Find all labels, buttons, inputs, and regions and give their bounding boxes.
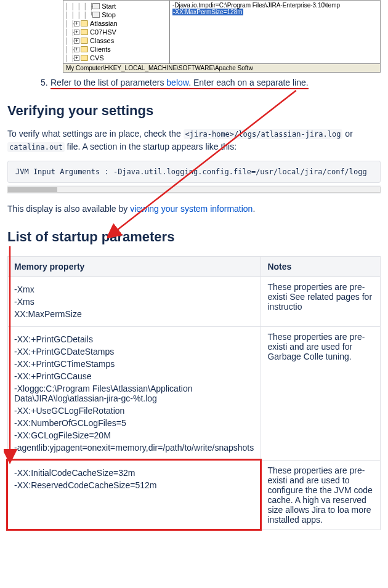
step-5: 5. Refer to the list of parameters below…: [51, 78, 381, 89]
startup-params-table: Memory property Notes -Xmx-XmsXX:MaxPerm…: [7, 256, 381, 530]
regedit-values[interactable]: -Djava.io.tmpdir=C:\Program Files\JIRA-E…: [170, 1, 380, 63]
memory-property-item: XX:MaxPermSize: [14, 309, 254, 319]
value-line-selected[interactable]: -XX:MaxPermSize=128m: [172, 9, 243, 15]
heading-startup-params: List of startup parameters: [7, 229, 381, 245]
memory-property-item: -XX:+PrintGCTimeStamps: [14, 359, 254, 369]
th-notes: Notes: [261, 257, 381, 277]
tree-item[interactable]: Clients: [90, 46, 111, 53]
memory-property-item: -XX:+UseGCLogFileRotation: [14, 406, 254, 416]
memory-property-item: -XX:InitialCodeCacheSize=32m: [14, 468, 254, 478]
heading-verifying: Verifying your settings: [7, 103, 381, 119]
expand-icon[interactable]: +: [74, 30, 79, 35]
step-number: 5.: [41, 78, 48, 87]
folder-icon: [81, 38, 88, 44]
expand-icon[interactable]: +: [74, 47, 79, 52]
memory-property-item: -XX:+PrintGCDateStamps: [14, 347, 254, 356]
expand-icon[interactable]: +: [74, 55, 79, 61]
jvm-args-codeblock: JVM Input Arguments : -Djava.util.loggin…: [7, 161, 381, 183]
tree-item[interactable]: C07HSV: [90, 28, 116, 36]
below-link[interactable]: below: [166, 78, 188, 87]
cell-memory-property: -Xmx-XmsXX:MaxPermSize: [8, 277, 261, 327]
codeblock-content: JVM Input Arguments : -Djava.util.loggin…: [8, 161, 380, 182]
table-row: -Xmx-XmsXX:MaxPermSizeThese properties a…: [8, 277, 381, 327]
tree-item[interactable]: Start: [102, 2, 116, 10]
table-row: -XX:+PrintGCDetails-XX:+PrintGCDateStamp…: [8, 327, 381, 461]
cell-memory-property: -XX:InitialCodeCacheSize=32m-XX:Reserved…: [8, 461, 261, 530]
tree-item[interactable]: Stop: [102, 11, 116, 18]
cell-notes: These properties are pre-existi and are …: [261, 461, 381, 530]
memory-property-item: -XX:NumberOfGCLogFiles=5: [14, 418, 254, 428]
scrollbar-thumb[interactable]: [8, 187, 57, 192]
memory-property-item: -XX:+PrintGCCause: [14, 371, 254, 381]
table-row: -XX:InitialCodeCacheSize=32m-XX:Reserved…: [8, 461, 381, 530]
verify-paragraph-2: This display is also available by viewin…: [7, 203, 381, 215]
folder-icon: [81, 20, 88, 26]
memory-property-item: -Xmx: [14, 284, 254, 294]
memory-property-item: -Xloggc:C:\Program Files\Atlassian\Appli…: [14, 384, 254, 403]
cell-notes: These properties are pre-existi See rela…: [261, 277, 381, 327]
regedit-statusbar: My Computer\HKEY_LOCAL_MACHINE\SOFTWARE\…: [63, 63, 380, 72]
tree-item[interactable]: Atlassian: [90, 20, 118, 27]
code-catalina: catalina.out: [7, 142, 65, 152]
value-line: -Djava.io.tmpdir=C:\Program Files\JIRA-E…: [172, 2, 378, 9]
system-info-link[interactable]: viewing your system information: [130, 204, 253, 214]
expand-icon[interactable]: +: [74, 21, 79, 26]
step-text-post: . Enter each on a separate line.: [188, 78, 309, 87]
key-icon: [92, 12, 100, 18]
memory-property-item: -Xms: [14, 297, 254, 307]
expand-icon[interactable]: +: [74, 38, 79, 44]
cell-notes: These properties are pre-existi and are …: [261, 327, 381, 461]
cell-memory-property: -XX:+PrintGCDetails-XX:+PrintGCDateStamp…: [8, 327, 261, 461]
verify-paragraph-1: To verify what settings are in place, ch…: [7, 127, 381, 153]
memory-property-item: -XX:GCLogFileSize=20M: [14, 430, 254, 440]
memory-property-item: -XX:+PrintGCDetails: [14, 334, 254, 344]
code-jira-log: <jira-home>/logs/atlassian-jira.log: [184, 129, 343, 139]
step-text-pre: Refer to the list of parameters: [51, 78, 166, 87]
codeblock-scrollbar[interactable]: [7, 185, 381, 194]
memory-property-item: -agentlib:yjpagent=onexit=memory,dir=/pa…: [14, 443, 254, 453]
folder-icon: [81, 29, 88, 35]
regedit-window: │ │ │ │ ├Start │ │ │ │ └Stop │ ├+Atlassi…: [63, 0, 381, 73]
key-icon: [92, 3, 100, 9]
folder-icon: [81, 46, 88, 52]
th-memory-property: Memory property: [8, 257, 261, 277]
tree-item[interactable]: CVS: [90, 54, 104, 62]
regedit-tree[interactable]: │ │ │ │ ├Start │ │ │ │ └Stop │ ├+Atlassi…: [63, 1, 170, 63]
tree-item[interactable]: Classes: [90, 37, 114, 44]
memory-property-item: -XX:ReservedCodeCacheSize=512m: [14, 480, 254, 490]
folder-icon: [81, 55, 88, 61]
